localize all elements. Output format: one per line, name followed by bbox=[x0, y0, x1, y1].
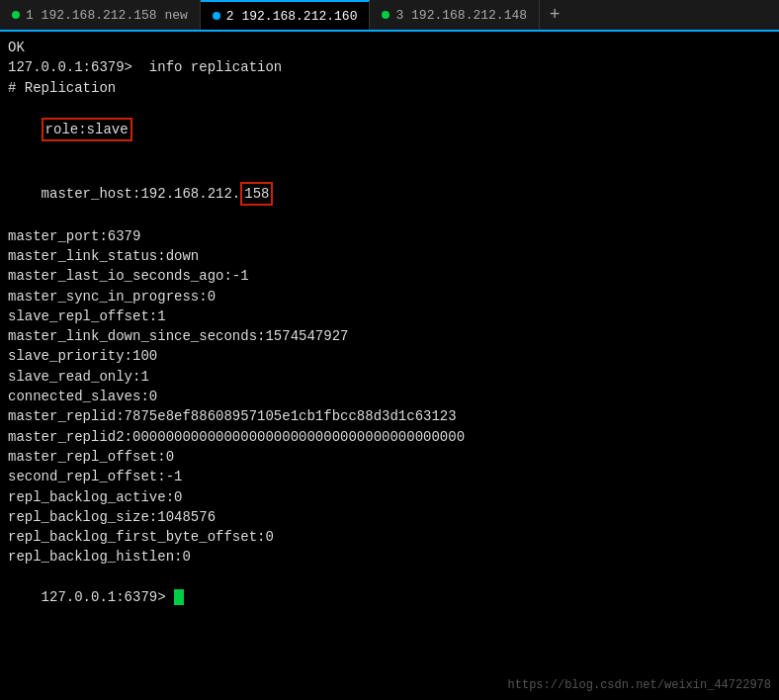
master-host-prefix: master_host:192.168.212. bbox=[42, 186, 241, 202]
watermark: https://blog.csdn.net/weixin_44722978 bbox=[508, 677, 771, 694]
line-slave-read: slave_read_only:1 bbox=[8, 367, 771, 387]
line-ok: OK bbox=[8, 38, 771, 57]
line-prompt1: 127.0.0.1:6379> info replication bbox=[8, 57, 771, 77]
terminal-cursor bbox=[174, 589, 184, 605]
line-link-down: master_link_down_since_seconds:157454792… bbox=[8, 326, 771, 346]
tab-1-label: 1 192.168.212.158 new bbox=[26, 8, 188, 23]
tab-3-dot bbox=[382, 11, 390, 19]
line-replication: # Replication bbox=[8, 78, 771, 98]
tab-3[interactable]: 3 192.168.212.148 bbox=[370, 0, 540, 30]
line-master-host: master_host:192.168.212.158 bbox=[8, 162, 771, 226]
line-slave-priority: slave_priority:100 bbox=[8, 346, 771, 366]
prompt-text: 127.0.0.1:6379> bbox=[42, 589, 174, 605]
line-connected: connected_slaves:0 bbox=[8, 387, 771, 406]
line-backlog-active: repl_backlog_active:0 bbox=[8, 487, 771, 507]
tab-bar: 1 192.168.212.158 new 2 192.168.212.160 … bbox=[0, 0, 779, 32]
line-backlog-first: repl_backlog_first_byte_offset:0 bbox=[8, 527, 771, 547]
line-repl-offset: master_repl_offset:0 bbox=[8, 447, 771, 467]
line-backlog-size: repl_backlog_size:1048576 bbox=[8, 507, 771, 527]
line-second-offset: second_repl_offset:-1 bbox=[8, 467, 771, 486]
line-prompt2[interactable]: 127.0.0.1:6379> bbox=[8, 568, 771, 628]
line-backlog-hist: repl_backlog_histlen:0 bbox=[8, 547, 771, 567]
tab-2-label: 2 192.168.212.160 bbox=[226, 9, 358, 24]
line-replid2: master_replid2:0000000000000000000000000… bbox=[8, 427, 771, 447]
master-host-ip-suffix: 158 bbox=[240, 182, 273, 206]
tab-2-dot bbox=[213, 12, 220, 20]
line-role: role:slave bbox=[8, 98, 771, 162]
line-sync: master_sync_in_progress:0 bbox=[8, 287, 771, 306]
line-master-port: master_port:6379 bbox=[8, 226, 771, 246]
terminal: OK 127.0.0.1:6379> info replication # Re… bbox=[0, 32, 779, 700]
tab-1[interactable]: 1 192.168.212.158 new bbox=[0, 0, 201, 30]
tab-1-dot bbox=[12, 11, 20, 19]
line-slave-repl: slave_repl_offset:1 bbox=[8, 306, 771, 326]
add-tab-button[interactable]: + bbox=[540, 0, 569, 30]
tab-2[interactable]: 2 192.168.212.160 bbox=[201, 0, 371, 30]
role-box: role:slave bbox=[42, 118, 132, 141]
line-last-io: master_last_io_seconds_ago:-1 bbox=[8, 266, 771, 286]
line-master-link: master_link_status:down bbox=[8, 246, 771, 266]
line-replid: master_replid:7875e8ef88608957105e1cb1fb… bbox=[8, 406, 771, 426]
tab-3-label: 3 192.168.212.148 bbox=[395, 8, 527, 23]
